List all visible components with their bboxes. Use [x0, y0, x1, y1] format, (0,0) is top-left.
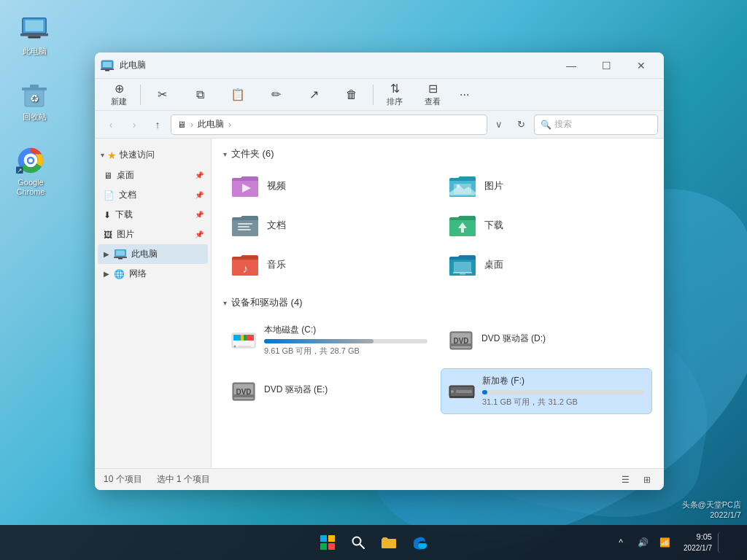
sidebar-downloads-icon: ⬇ — [104, 210, 111, 220]
sidebar-network-icon: 🌐 — [114, 269, 125, 279]
svg-rect-55 — [449, 396, 474, 398]
search-box[interactable]: 🔍 搜索 — [534, 114, 658, 135]
tray-network[interactable]: 📶 — [654, 532, 675, 553]
folders-section-header[interactable]: ▾ 文件夹 (6) — [223, 147, 652, 160]
refresh-button[interactable]: ↻ — [511, 114, 531, 135]
sidebar-item-pictures[interactable]: 🖼 图片 📌 — [98, 225, 208, 244]
address-dropdown[interactable]: ∨ — [490, 114, 508, 135]
sidebar-pictures-label: 图片 — [117, 228, 134, 241]
sidebar-item-documents[interactable]: 📄 文档 📌 — [98, 185, 208, 205]
show-desktop-btn[interactable] — [718, 532, 738, 553]
pin-icon-2: 📌 — [195, 191, 204, 199]
minimize-button[interactable]: — — [554, 54, 588, 77]
address-sep: › — [190, 120, 193, 130]
more-button[interactable]: ··· — [452, 84, 476, 106]
date: 2022/1/7 — [684, 543, 712, 553]
svg-rect-6 — [22, 88, 47, 90]
list-view-icon[interactable]: ☰ — [617, 472, 633, 488]
devices-section-header[interactable]: ▾ 设备和驱动器 (4) — [223, 296, 652, 309]
drive-f-icon — [449, 378, 475, 405]
copy-button[interactable]: ⧉ — [182, 85, 218, 104]
svg-rect-59 — [328, 543, 335, 550]
view-button[interactable]: ⊟ 查看 — [414, 79, 451, 110]
sort-button[interactable]: ⇅ 排序 — [376, 79, 413, 110]
watermark-line2: 2022/1/7 — [682, 510, 741, 519]
cut-icon: ✂ — [158, 88, 167, 101]
status-selected-count: 选中 1 个项目 — [157, 473, 210, 486]
desktop-folder-icon — [448, 252, 477, 277]
start-button[interactable] — [314, 529, 341, 556]
sidebar-item-downloads[interactable]: ⬇ 下载 📌 — [98, 205, 208, 225]
drive-f-space: 31.1 GB 可用，共 31.2 GB — [482, 397, 644, 408]
downloads-folder-label: 下载 — [484, 219, 503, 232]
music-folder-label: 音乐 — [267, 258, 286, 271]
window-controls: — ☐ ✕ — [554, 54, 658, 77]
search-placeholder: 搜索 — [554, 118, 572, 131]
folder-item-downloads[interactable]: 下载 — [441, 209, 652, 242]
folder-item-desktop[interactable]: 桌面 — [441, 248, 652, 281]
quick-access-star-icon: ★ — [107, 149, 117, 161]
quick-access-label: 快速访问 — [120, 149, 155, 161]
grid-view-icon[interactable]: ⊞ — [639, 472, 655, 488]
sidebar: ▾ ★ 快速访问 🖥 桌面 📌 📄 文档 📌 ⬇ 下载 📌 🖼 — [95, 139, 212, 468]
edge-button[interactable] — [406, 529, 433, 556]
forward-button[interactable]: › — [124, 114, 144, 135]
drive-e[interactable]: DVD DVD 驱动器 (E:) — [223, 368, 435, 414]
cut-button[interactable]: ✂ — [144, 85, 180, 104]
sidebar-item-this-pc[interactable]: ▶ 此电脑 — [98, 244, 208, 264]
desktop-icon-recycle-bin[interactable]: ♻ 回收站 — [9, 80, 60, 122]
copy-icon: ⧉ — [196, 88, 204, 101]
drive-f-bar-bg — [482, 390, 644, 394]
drive-e-info: DVD 驱动器 (E:) — [264, 384, 427, 399]
files-button[interactable] — [376, 529, 402, 556]
desktop-icon-this-pc[interactable]: 此电脑 — [9, 15, 60, 56]
drive-f[interactable]: 新加卷 (F:) 31.1 GB 可用，共 31.2 GB — [441, 368, 652, 414]
svg-point-41 — [234, 345, 236, 347]
sidebar-item-network[interactable]: ▶ 🌐 网络 — [98, 264, 208, 284]
status-bar: 10 个项目 选中 1 个项目 ☰ ⊞ — [95, 468, 664, 490]
drive-e-icon: DVD — [231, 378, 257, 405]
videos-folder-icon — [231, 174, 260, 198]
new-button[interactable]: ⊕ 新建 — [101, 79, 137, 110]
documents-folder-icon — [231, 213, 260, 238]
tray-volume[interactable]: 🔊 — [632, 532, 653, 553]
folder-item-videos[interactable]: 视频 — [223, 169, 435, 203]
svg-rect-37 — [233, 335, 241, 341]
sidebar-network-expand: ▶ — [104, 270, 109, 278]
svg-rect-38 — [241, 335, 244, 341]
tray-chevron[interactable]: ^ — [611, 532, 631, 553]
sidebar-pictures-icon: 🖼 — [104, 230, 112, 240]
sidebar-item-desktop[interactable]: 🖥 桌面 📌 — [98, 166, 208, 185]
pin-icon-4: 📌 — [195, 230, 204, 238]
folder-item-documents[interactable]: 文档 — [223, 209, 435, 242]
desktop-icon-google-chrome[interactable]: ↗ Google Chrome — [5, 146, 56, 197]
delete-button[interactable]: 🗑 — [333, 85, 370, 104]
folder-item-pictures[interactable]: 图片 — [441, 169, 652, 203]
back-button[interactable]: ‹ — [101, 114, 121, 135]
drive-d[interactable]: DVD DVD 驱动器 (D:) — [441, 318, 652, 362]
folders-section-arrow: ▾ — [223, 150, 227, 158]
this-pc-label: 此电脑 — [23, 47, 47, 56]
drive-c[interactable]: 本地磁盘 (C:) 9.61 GB 可用，共 28.7 GB — [223, 318, 435, 362]
svg-rect-56 — [320, 535, 327, 542]
address-path[interactable]: 🖥 › 此电脑 › — [171, 114, 487, 135]
search-button[interactable] — [345, 529, 371, 556]
pin-icon-3: 📌 — [195, 211, 204, 219]
toolbar-separator-2 — [373, 85, 374, 105]
up-button[interactable]: ↑ — [147, 114, 168, 135]
sidebar-this-pc-label: 此电脑 — [131, 248, 158, 260]
drive-c-name: 本地磁盘 (C:) — [264, 324, 427, 336]
time-date[interactable]: 9:05 2022/1/7 — [684, 532, 712, 553]
share-button[interactable]: ↗ — [295, 85, 332, 104]
svg-rect-7 — [30, 85, 39, 88]
close-button[interactable]: ✕ — [624, 54, 658, 77]
quick-access-header[interactable]: ▾ ★ 快速访问 — [95, 144, 211, 166]
rename-button[interactable]: ✏ — [258, 85, 294, 104]
paste-button[interactable]: 📋 — [220, 85, 256, 104]
maximize-button[interactable]: ☐ — [589, 54, 623, 77]
delete-icon: 🗑 — [346, 88, 357, 101]
folder-item-music[interactable]: ♪ 音乐 — [223, 248, 435, 281]
sidebar-documents-icon: 📄 — [104, 190, 115, 201]
pin-icon: 📌 — [195, 171, 204, 179]
paste-icon: 📋 — [231, 88, 245, 101]
